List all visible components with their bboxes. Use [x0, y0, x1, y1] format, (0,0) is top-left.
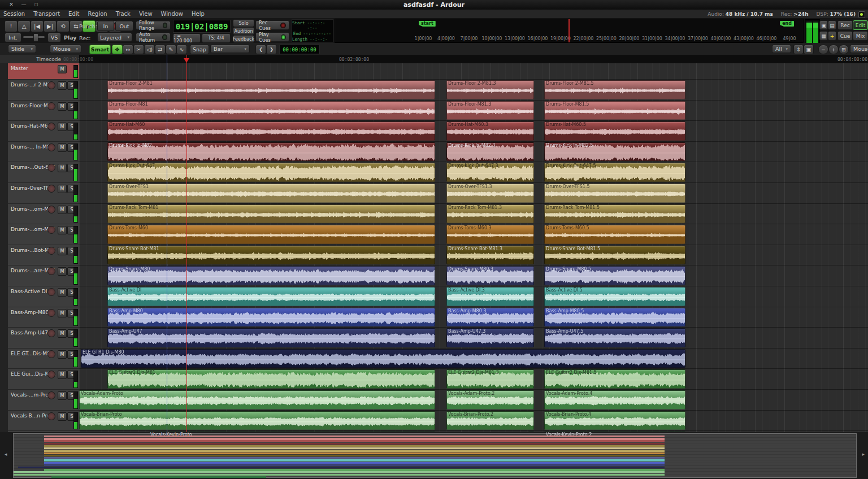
- region[interactable]: Drums-Snare Bot-M81.5: [544, 246, 685, 265]
- menu-session[interactable]: Session: [3, 11, 25, 17]
- region[interactable]: Drums-Snare-M80.3: [446, 266, 534, 285]
- region[interactable]: Drums-Kick Out-647.3: [446, 163, 534, 182]
- record-enable-button[interactable]: [47, 143, 55, 151]
- region[interactable]: Drums-Over-TFS1.5: [544, 184, 685, 203]
- summary-scroll-right-icon[interactable]: ▸: [862, 451, 865, 457]
- range-end-value[interactable]: --:--:--:--: [303, 31, 331, 36]
- track-lane-bass-amp-m80[interactable]: Bass-Amp-M80Bass-Amp-M80.3Bass-Amp-M80.5: [79, 307, 868, 328]
- region[interactable]: Vocals-Adam-Proto.4: [544, 390, 685, 410]
- mute-button[interactable]: M: [58, 329, 67, 338]
- mixer-strip-icon[interactable]: ▤: [828, 20, 836, 30]
- shuttle-handle[interactable]: [33, 33, 38, 42]
- region[interactable]: Drums-Hat-M60.3: [446, 121, 534, 141]
- region[interactable]: Bass-Active DI.3: [446, 287, 534, 306]
- region[interactable]: Drums-Rack Tom-M81: [107, 204, 435, 224]
- track-header-drums-r-2-m81[interactable]: Drums-...r 2-M81MS: [8, 80, 79, 101]
- track-lane-drums-over-tfs1[interactable]: Drums-Over-TFS1Drums-Over-TFS1.3Drums-Ov…: [79, 183, 868, 204]
- snap-button[interactable]: Snap: [190, 45, 209, 54]
- contents-tool[interactable]: ∿: [176, 45, 187, 54]
- page-mixer-button[interactable]: Mix: [853, 31, 868, 41]
- track-lane-drums-are-m80[interactable]: Drums-Snare-M80Drums-Snare-M80.3Drums-Sn…: [79, 265, 868, 286]
- menu-region[interactable]: Region: [88, 11, 107, 17]
- menu-view[interactable]: View: [139, 11, 153, 17]
- solo-button[interactable]: Solo: [233, 19, 254, 27]
- region[interactable]: Drums-Over-TFS1.3: [446, 184, 534, 203]
- region[interactable]: ELE Guitar2 Dis-M81.5: [544, 369, 685, 389]
- grid-dropdown[interactable]: Bar▾: [210, 45, 250, 53]
- page-editor-button[interactable]: Edit: [853, 20, 868, 30]
- track-lane-drums-floor-m81[interactable]: Drums-Floor-M81Drums-Floor-M81.3Drums-Fl…: [79, 101, 868, 121]
- region[interactable]: Drums-Snare Bot-M81: [107, 246, 435, 265]
- region[interactable]: Bass-Amp-U47: [107, 328, 435, 347]
- mouse-mode-dropdown[interactable]: Mouse▾: [50, 45, 81, 53]
- edit-mode-dropdown[interactable]: Slide▾: [8, 45, 36, 53]
- track-header-ele-gt-dis-m80[interactable]: ELE GT...Dis-M80MS: [8, 349, 79, 369]
- region[interactable]: Vocals-Adam-Proto: [79, 390, 435, 410]
- menu-edit[interactable]: Edit: [68, 11, 79, 17]
- track-lane-ele-gui-dis-m81[interactable]: ELE Guitar2 Dis-M81ELE Guitar2 Dis-M81.3…: [79, 369, 868, 390]
- record-enable-button[interactable]: [47, 412, 55, 420]
- nav-next-button[interactable]: ❯: [266, 45, 277, 54]
- mute-button[interactable]: M: [58, 143, 67, 152]
- mini-timeline[interactable]: 1|00|004|00|007|00|0010|00|0013|00|0016|…: [335, 19, 804, 43]
- locator-icon[interactable]: +: [828, 31, 836, 41]
- track-lane-drums-r-2-m81[interactable]: Drums-Floor 2-M81Drums-Floor 2-M81.3Drum…: [79, 80, 868, 101]
- menu-track[interactable]: Track: [116, 11, 131, 17]
- time-signature-button[interactable]: TS: 4/4: [202, 33, 231, 43]
- page-recorder-button[interactable]: Rec: [837, 20, 853, 30]
- track-header-vocals-m-proto[interactable]: Vocals-...m-ProtoMS: [8, 390, 79, 411]
- mute-button[interactable]: M: [58, 247, 67, 255]
- summary-scroll-left-icon[interactable]: ◂: [5, 451, 7, 457]
- track-header-drums-hat-m60[interactable]: Drums-Hat-M60MS: [8, 121, 79, 142]
- track-lane-drums-hat-m60[interactable]: Drums-Hat-M60Drums-Hat-M60.3Drums-Hat-M6…: [79, 121, 868, 142]
- record-enable-button[interactable]: [47, 247, 55, 255]
- region[interactable]: Drums-Rack Tom-M81.3: [446, 204, 534, 224]
- track-header-drums-om-m81[interactable]: Drums-...om-M81MS: [8, 204, 79, 225]
- region[interactable]: Drums-Floor-M81: [107, 101, 435, 120]
- recorder-icon[interactable]: ▦: [819, 31, 828, 41]
- menu-help[interactable]: Help: [192, 11, 205, 17]
- mute-button[interactable]: M: [58, 226, 67, 234]
- region[interactable]: Drums-Toms-M60: [107, 225, 435, 244]
- ruler-label[interactable]: Timecode: [34, 56, 61, 62]
- track-lane-drums-bot-m81[interactable]: Drums-Snare Bot-M81Drums-Snare Bot-M81.3…: [79, 245, 868, 266]
- secondary-clock[interactable]: 00:00:00:00: [279, 45, 320, 54]
- region[interactable]: Drums-Hat-M60: [107, 121, 435, 141]
- menu-window[interactable]: Window: [161, 11, 183, 17]
- timecode-ruler[interactable]: [79, 55, 868, 63]
- region[interactable]: Drums-Over-TFS1: [107, 184, 435, 203]
- track-lane-bass-amp-u47[interactable]: Bass-Amp-U47Bass-Amp-U47.3Bass-Amp-U47.5: [79, 328, 868, 349]
- mute-button[interactable]: M: [58, 309, 67, 317]
- rec-cues-button[interactable]: Rec Cues: [255, 20, 289, 30]
- mute-button[interactable]: M: [58, 81, 67, 90]
- track-lane-drums-out-647[interactable]: Drums-Kick Out-647Drums-Kick Out-647.3Dr…: [79, 162, 868, 183]
- auto-return-button[interactable]: Auto Return: [136, 33, 171, 42]
- record-enable-button[interactable]: [47, 371, 55, 378]
- region[interactable]: ELE Guitar2 Dis-M81.3: [446, 369, 534, 389]
- start-marker[interactable]: start: [419, 21, 436, 27]
- region[interactable]: Vocals-Brian-Proto.4: [544, 411, 685, 430]
- mute-button[interactable]: M: [58, 350, 67, 359]
- track-lane-drums-om-m81[interactable]: Drums-Rack Tom-M81Drums-Rack Tom-M81.3Dr…: [79, 204, 868, 225]
- mute-button[interactable]: M: [58, 123, 67, 131]
- track-header-master[interactable]: MasterM: [8, 63, 79, 80]
- transport-midi-panic-button[interactable]: !: [5, 20, 18, 32]
- region[interactable]: Bass-Amp-U47.3: [446, 328, 534, 347]
- region[interactable]: Drums-Snare-M80: [107, 266, 435, 285]
- zoom-fit-icon[interactable]: ⊞: [839, 45, 849, 54]
- region[interactable]: Bass-Amp-M80.5: [544, 308, 685, 327]
- region[interactable]: Drums-Floor-M81.5: [544, 101, 685, 120]
- region[interactable]: Drums-Snare-M80.5: [544, 266, 685, 285]
- follow-range-button[interactable]: Follow Range: [136, 21, 171, 30]
- zoom-in-icon[interactable]: +: [828, 45, 839, 54]
- expand-tracks-icon[interactable]: ⇕: [793, 45, 804, 54]
- track-lanes[interactable]: Drums-Floor 2-M81Drums-Floor 2-M81.3Drum…: [79, 63, 868, 432]
- record-enable-button[interactable]: [47, 185, 55, 193]
- record-enable-button[interactable]: [47, 164, 55, 172]
- transport-metronome-button[interactable]: △: [18, 20, 31, 32]
- session-summary[interactable]: ◂ ▸: [0, 432, 868, 479]
- play-cues-button[interactable]: Play Cues: [255, 32, 289, 42]
- page-cue-button[interactable]: Cue: [837, 31, 853, 41]
- mute-button[interactable]: M: [58, 185, 67, 193]
- zoom-out-icon[interactable]: −: [818, 45, 828, 54]
